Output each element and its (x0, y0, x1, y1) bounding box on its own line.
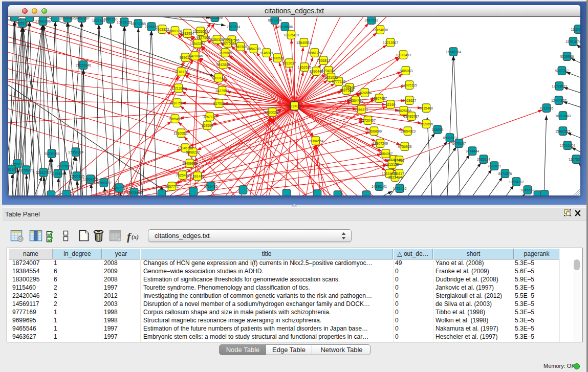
svg-text:7357224: 7357224 (227, 25, 241, 29)
svg-text:12213967: 12213967 (383, 41, 398, 45)
svg-text:12342737: 12342737 (36, 171, 51, 174)
svg-text:1621022: 1621022 (324, 76, 338, 79)
svg-text:8186328: 8186328 (210, 38, 224, 41)
svg-text:10719155: 10719155 (117, 20, 132, 24)
svg-text:5498222: 5498222 (186, 150, 200, 154)
svg-text:9660124: 9660124 (168, 29, 182, 33)
svg-text:1615132: 1615132 (385, 163, 399, 166)
svg-text:9716485: 9716485 (204, 185, 218, 188)
svg-text:12213369: 12213369 (171, 86, 186, 90)
svg-text:19654923: 19654923 (400, 129, 416, 133)
svg-text:(x): (x) (132, 233, 139, 240)
svg-text:7625402: 7625402 (176, 173, 190, 177)
svg-text:12923468: 12923468 (126, 191, 142, 194)
svg-text:12505135: 12505135 (69, 174, 84, 178)
svg-text:21300263: 21300263 (265, 111, 280, 114)
svg-text:15751074: 15751074 (565, 40, 580, 43)
svg-text:9327508: 9327508 (221, 41, 235, 45)
svg-text:20206576: 20206576 (44, 152, 59, 156)
svg-text:7632621: 7632621 (488, 164, 502, 168)
svg-text:6794028: 6794028 (322, 69, 336, 73)
svg-text:11124047: 11124047 (571, 28, 580, 31)
svg-text:8454749: 8454749 (247, 47, 261, 51)
svg-text:14055713: 14055713 (15, 21, 30, 25)
svg-text:8215955: 8215955 (540, 106, 554, 110)
svg-text:2935114: 2935114 (477, 158, 490, 161)
svg-text:10025458: 10025458 (396, 109, 411, 113)
svg-text:13226058: 13226058 (193, 30, 208, 33)
svg-text:10653287: 10653287 (74, 17, 90, 20)
svg-text:7663822: 7663822 (156, 28, 169, 31)
svg-text:2687682: 2687682 (365, 18, 379, 22)
svg-text:7955812: 7955812 (317, 59, 331, 62)
svg-text:10654112: 10654112 (509, 180, 524, 184)
svg-text:15720407: 15720407 (360, 119, 376, 122)
svg-text:153594: 153594 (202, 124, 213, 127)
svg-text:2650614: 2650614 (11, 162, 25, 166)
svg-text:9245652: 9245652 (521, 188, 535, 192)
svg-text:8938923: 8938923 (443, 136, 457, 140)
svg-text:16671355: 16671355 (130, 22, 146, 26)
svg-text:16543362: 16543362 (190, 42, 205, 46)
svg-text:21691406: 21691406 (35, 19, 51, 23)
svg-text:9084067: 9084067 (379, 152, 393, 156)
svg-text:10325419: 10325419 (284, 33, 299, 37)
svg-text:10807487: 10807487 (372, 97, 387, 100)
svg-text:9657771: 9657771 (165, 185, 179, 188)
svg-text:18409948: 18409948 (182, 162, 198, 165)
svg-text:7485063: 7485063 (399, 69, 413, 73)
svg-text:9699695: 9699695 (420, 122, 433, 126)
svg-text:15692971: 15692971 (555, 129, 571, 133)
svg-text:16210643: 16210643 (555, 114, 571, 118)
svg-text:9756928: 9756928 (398, 145, 412, 148)
svg-text:10046758: 10046758 (178, 146, 193, 150)
svg-text:16033809: 16033809 (207, 17, 223, 19)
svg-text:9777169: 9777169 (332, 80, 346, 83)
svg-text:3624554: 3624554 (358, 91, 372, 95)
svg-text:29053346: 29053346 (76, 63, 91, 67)
svg-text:20364436: 20364436 (348, 99, 363, 102)
svg-text:9227342: 9227342 (555, 69, 569, 73)
svg-text:6479197: 6479197 (452, 142, 466, 145)
svg-text:9474444: 9474444 (466, 149, 480, 153)
svg-text:9527508: 9527508 (197, 36, 210, 39)
svg-text:12975115: 12975115 (402, 83, 417, 87)
svg-text:9463627: 9463627 (403, 99, 417, 102)
svg-text:12093873: 12093873 (552, 84, 567, 88)
svg-text:97466: 97466 (395, 159, 404, 162)
svg-text:14136141: 14136141 (372, 185, 387, 188)
svg-text:18807249: 18807249 (373, 142, 388, 145)
svg-text:3267130: 3267130 (203, 115, 217, 119)
svg-text:10688609: 10688609 (366, 129, 382, 133)
svg-text:5322037: 5322037 (282, 61, 296, 65)
svg-text:11675300: 11675300 (569, 158, 580, 161)
svg-text:16961758: 16961758 (307, 51, 322, 55)
svg-text:62160: 62160 (386, 103, 396, 106)
svg-text:12444157: 12444157 (551, 99, 567, 102)
svg-text:2967608: 2967608 (234, 45, 248, 49)
svg-text:13640910: 13640910 (296, 41, 312, 45)
svg-text:18724007: 18724007 (287, 104, 302, 108)
svg-text:10973493: 10973493 (396, 53, 411, 57)
svg-text:3875685: 3875685 (219, 51, 232, 55)
svg-text:391547: 391547 (8, 168, 18, 171)
svg-text:11156829: 11156829 (18, 168, 33, 172)
svg-text:8990448: 8990448 (310, 70, 323, 73)
svg-text:16782759: 16782759 (112, 186, 127, 190)
svg-text:17957253: 17957253 (83, 178, 98, 181)
svg-text:16648784: 16648784 (446, 50, 461, 54)
svg-text:9146821: 9146821 (260, 51, 274, 55)
svg-text:1965493: 1965493 (168, 117, 182, 121)
svg-text:3427552: 3427552 (215, 89, 229, 93)
svg-text:16154838: 16154838 (373, 28, 388, 32)
svg-text:19166827: 19166827 (173, 132, 189, 135)
svg-text:8912954: 8912954 (181, 32, 194, 35)
svg-text:7986372: 7986372 (355, 108, 368, 112)
svg-text:20975867: 20975867 (57, 164, 72, 168)
svg-text:164095: 164095 (432, 128, 444, 132)
svg-text:1362615: 1362615 (298, 65, 312, 69)
svg-text:1588520: 1588520 (271, 56, 285, 60)
svg-text:2523414: 2523414 (388, 176, 402, 179)
svg-text:2803144: 2803144 (212, 76, 226, 80)
svg-text:19218506: 19218506 (277, 25, 293, 29)
